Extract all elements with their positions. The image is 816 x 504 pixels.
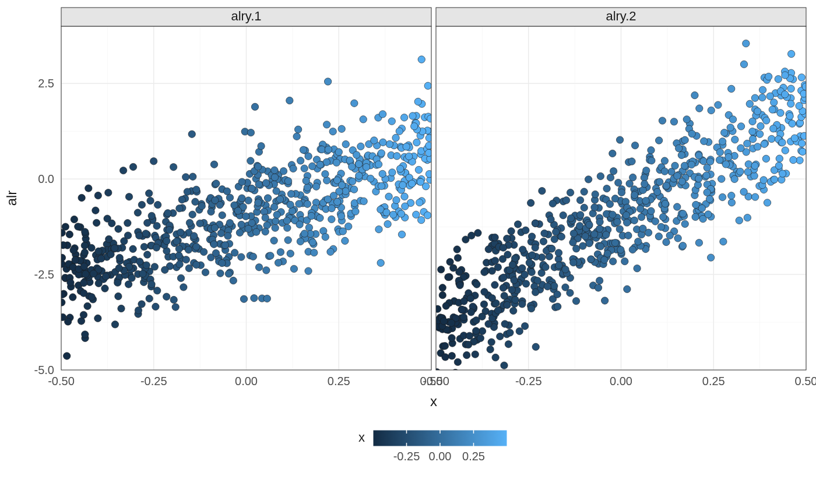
svg-point-1234: [631, 191, 638, 198]
svg-point-175: [424, 82, 431, 89]
svg-point-1268: [609, 211, 616, 218]
svg-point-889: [487, 346, 494, 353]
svg-point-701: [236, 229, 243, 236]
x-tick-label: 0.00: [610, 375, 632, 387]
svg-point-585: [59, 242, 66, 249]
svg-point-269: [210, 161, 217, 168]
x-tick-label: 0.25: [702, 375, 725, 387]
svg-point-570: [134, 209, 141, 216]
svg-point-1051: [696, 105, 703, 112]
svg-point-1081: [507, 329, 513, 336]
svg-point-1003: [629, 174, 636, 181]
svg-point-851: [708, 107, 715, 114]
svg-point-52: [342, 140, 349, 147]
svg-point-257: [148, 212, 155, 219]
svg-point-167: [92, 207, 99, 214]
svg-point-1429: [737, 168, 744, 175]
svg-point-595: [124, 220, 131, 227]
svg-point-613: [304, 184, 311, 191]
svg-point-406: [93, 219, 100, 226]
svg-point-1337: [522, 280, 529, 287]
svg-point-1404: [597, 243, 604, 250]
svg-point-1140: [749, 128, 756, 135]
svg-point-413: [392, 134, 399, 141]
svg-point-373: [324, 78, 331, 85]
svg-point-1232: [522, 227, 529, 234]
svg-point-675: [396, 165, 403, 172]
svg-point-1196: [648, 147, 655, 154]
svg-point-813: [439, 284, 446, 291]
svg-point-1263: [500, 274, 507, 281]
svg-point-478: [193, 243, 200, 250]
svg-point-1010: [674, 235, 681, 242]
svg-point-541: [58, 291, 65, 298]
svg-point-797: [491, 281, 498, 288]
svg-point-1324: [573, 245, 580, 252]
svg-point-1101: [782, 147, 789, 154]
svg-point-681: [417, 178, 424, 185]
svg-point-895: [479, 327, 486, 334]
svg-point-672: [198, 202, 205, 209]
svg-point-1341: [511, 255, 518, 262]
svg-point-669: [275, 259, 282, 266]
svg-point-1228: [445, 273, 452, 280]
svg-point-556: [163, 237, 170, 244]
svg-point-304: [286, 97, 293, 104]
svg-point-1206: [700, 157, 707, 164]
svg-point-1421: [526, 259, 533, 266]
svg-point-1339: [771, 176, 778, 183]
svg-point-448: [424, 212, 431, 218]
svg-point-932: [474, 230, 481, 237]
svg-point-1299: [454, 358, 461, 365]
svg-point-296: [153, 223, 160, 230]
svg-point-901: [761, 140, 768, 147]
svg-point-1424: [592, 191, 599, 198]
svg-point-882: [707, 254, 714, 261]
svg-point-415: [367, 175, 374, 182]
svg-point-357: [388, 118, 395, 125]
svg-point-1294: [662, 200, 669, 207]
svg-point-933: [802, 83, 809, 90]
svg-point-961: [614, 218, 621, 225]
svg-point-1049: [609, 150, 616, 157]
svg-point-907: [768, 135, 775, 142]
svg-point-542: [142, 230, 149, 237]
svg-point-1121: [678, 178, 685, 185]
svg-point-283: [226, 219, 233, 226]
svg-point-709: [378, 182, 385, 189]
svg-point-693: [335, 149, 342, 156]
svg-point-623: [115, 265, 122, 272]
svg-point-954: [740, 61, 747, 68]
svg-point-504: [273, 211, 280, 218]
svg-point-411: [176, 260, 183, 267]
facet-strip-label: alry.2: [606, 9, 636, 23]
facet-strip-label: alry.1: [231, 9, 261, 23]
svg-point-1180: [746, 100, 753, 107]
svg-point-636: [223, 188, 230, 195]
svg-point-204: [182, 174, 189, 181]
svg-point-1238: [541, 230, 548, 237]
svg-point-612: [249, 253, 256, 260]
svg-point-974: [616, 225, 623, 232]
svg-point-525: [193, 186, 200, 193]
svg-point-35: [217, 270, 224, 277]
svg-point-50: [84, 302, 91, 309]
svg-point-617: [330, 192, 337, 199]
svg-point-71: [323, 177, 330, 184]
svg-point-1004: [579, 242, 586, 249]
svg-point-1430: [547, 216, 554, 223]
svg-point-1423: [501, 320, 508, 327]
svg-point-49: [94, 192, 101, 199]
svg-point-1112: [737, 144, 744, 151]
svg-point-1393: [631, 217, 638, 224]
svg-point-245: [124, 232, 131, 239]
svg-point-1408: [683, 116, 690, 123]
svg-point-220: [293, 133, 300, 140]
svg-point-695: [328, 216, 335, 223]
svg-point-1188: [623, 219, 630, 226]
svg-point-425: [318, 146, 325, 153]
svg-point-1346: [532, 244, 539, 251]
svg-point-588: [284, 178, 291, 185]
svg-point-326: [322, 233, 329, 240]
svg-point-615: [202, 269, 209, 276]
